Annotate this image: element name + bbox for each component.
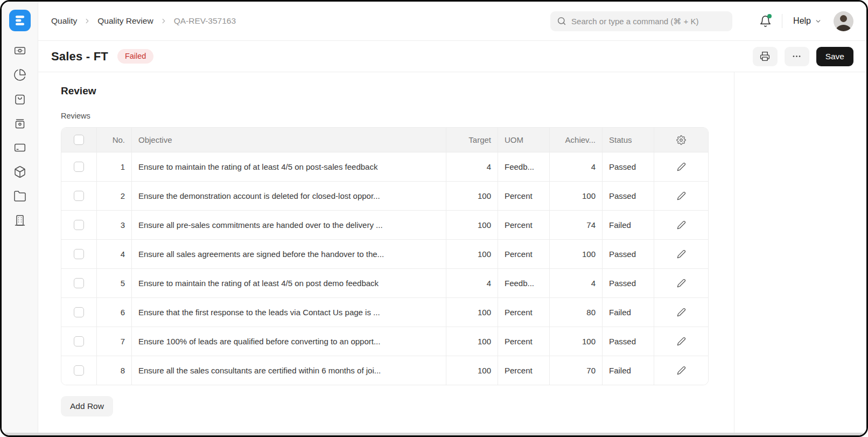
status-cell[interactable]: Passed xyxy=(602,240,654,268)
credit-card-icon xyxy=(13,141,26,156)
row-number-cell: 6 xyxy=(96,298,131,327)
row-select-checkbox[interactable] xyxy=(74,249,84,259)
uom-cell[interactable]: Percent xyxy=(498,182,549,210)
uom-cell[interactable]: Percent xyxy=(498,298,549,327)
edit-row-button[interactable] xyxy=(677,249,686,259)
top-navbar: Quality Quality Review QA-REV-357163 Hel… xyxy=(38,2,866,41)
pencil-icon xyxy=(677,337,686,346)
breadcrumb-quality[interactable]: Quality xyxy=(51,16,77,26)
achieved-cell[interactable]: 70 xyxy=(549,356,602,385)
target-cell[interactable]: 4 xyxy=(446,269,498,297)
column-header-achieved: Achiev... xyxy=(549,128,602,152)
search-icon xyxy=(557,16,566,26)
target-cell[interactable]: 100 xyxy=(446,182,498,210)
edit-row-button[interactable] xyxy=(677,162,686,171)
section-title: Review xyxy=(61,85,734,97)
edit-row-button[interactable] xyxy=(677,191,686,200)
pie-chart-icon xyxy=(13,68,26,84)
status-cell[interactable]: Passed xyxy=(602,152,654,181)
target-cell[interactable]: 100 xyxy=(446,211,498,239)
objective-cell[interactable]: Ensure to maintain the rating of at leas… xyxy=(131,152,446,181)
uom-cell[interactable]: Feedb... xyxy=(498,152,549,181)
folder-icon xyxy=(13,190,26,205)
status-cell[interactable]: Failed xyxy=(602,356,654,385)
objective-cell[interactable]: Ensure that the first response to the le… xyxy=(131,298,446,327)
row-select-checkbox[interactable] xyxy=(74,278,84,288)
status-cell[interactable]: Passed xyxy=(602,269,654,297)
achieved-cell[interactable]: 100 xyxy=(549,327,602,356)
uom-cell[interactable]: Percent xyxy=(498,327,549,356)
row-select-checkbox[interactable] xyxy=(74,365,84,376)
print-button[interactable] xyxy=(753,47,778,66)
achieved-cell[interactable]: 4 xyxy=(549,269,602,297)
column-header-no: No. xyxy=(96,128,131,152)
objective-cell[interactable]: Ensure 100% of leads are qualified befor… xyxy=(131,327,446,356)
edit-row-button[interactable] xyxy=(677,337,686,346)
banknote-icon xyxy=(13,44,26,59)
edit-row-button[interactable] xyxy=(677,220,686,230)
uom-cell[interactable]: Percent xyxy=(498,211,549,239)
sidebar-item-shopping-bag[interactable] xyxy=(12,94,27,107)
save-button[interactable]: Save xyxy=(816,47,853,66)
row-select-checkbox[interactable] xyxy=(74,162,84,172)
sidebar-item-folder[interactable] xyxy=(12,191,27,204)
target-cell[interactable]: 100 xyxy=(446,298,498,327)
edit-row-button[interactable] xyxy=(677,279,686,288)
pencil-icon xyxy=(677,162,686,171)
objective-cell[interactable]: Ensure the demonstration account is dele… xyxy=(131,182,446,210)
table-row: 5 Ensure to maintain the rating of at le… xyxy=(61,268,708,297)
target-cell[interactable]: 100 xyxy=(446,240,498,268)
global-search[interactable] xyxy=(550,11,732,31)
objective-cell[interactable]: Ensure all the sales consultants are cer… xyxy=(131,356,446,385)
achieved-cell[interactable]: 80 xyxy=(549,298,602,327)
row-select-checkbox[interactable] xyxy=(74,220,84,230)
sidebar-item-archive[interactable] xyxy=(12,118,27,131)
help-label: Help xyxy=(793,16,811,26)
more-actions-button[interactable] xyxy=(785,47,809,66)
achieved-cell[interactable]: 74 xyxy=(549,211,602,239)
reviews-table: No. Objective Target UOM Achiev... Statu… xyxy=(61,127,709,385)
status-cell[interactable]: Passed xyxy=(602,182,654,210)
achieved-cell[interactable]: 100 xyxy=(549,182,602,210)
help-menu[interactable]: Help xyxy=(793,16,822,26)
target-cell[interactable]: 100 xyxy=(446,327,498,356)
objective-cell[interactable]: Ensure all sales agreements are signed b… xyxy=(131,240,446,268)
column-header-target: Target xyxy=(446,128,498,152)
table-settings-button[interactable] xyxy=(676,135,686,145)
sidebar-item-banknote[interactable] xyxy=(12,45,27,58)
add-row-button[interactable]: Add Row xyxy=(61,396,113,417)
erpnext-logo-icon xyxy=(9,10,31,31)
user-avatar[interactable] xyxy=(834,11,853,31)
breadcrumb-quality-review[interactable]: Quality Review xyxy=(97,16,153,26)
uom-cell[interactable]: Percent xyxy=(498,356,549,385)
achieved-cell[interactable]: 100 xyxy=(549,240,602,268)
objective-cell[interactable]: Ensure to maintain the rating of at leas… xyxy=(131,269,446,297)
uom-cell[interactable]: Percent xyxy=(498,240,549,268)
edit-row-button[interactable] xyxy=(677,308,686,317)
sidebar-item-building[interactable] xyxy=(12,215,27,228)
achieved-cell[interactable]: 4 xyxy=(549,152,602,181)
status-cell[interactable]: Failed xyxy=(602,211,654,239)
status-cell[interactable]: Passed xyxy=(602,327,654,356)
target-cell[interactable]: 4 xyxy=(446,152,498,181)
uom-cell[interactable]: Feedb... xyxy=(498,269,549,297)
table-row: 4 Ensure all sales agreements are signed… xyxy=(61,239,708,268)
select-all-checkbox[interactable] xyxy=(74,135,84,145)
edit-row-button[interactable] xyxy=(677,366,686,375)
status-cell[interactable]: Failed xyxy=(602,298,654,327)
row-select-checkbox[interactable] xyxy=(74,336,84,346)
sidebar-item-pie-chart[interactable] xyxy=(12,70,27,82)
search-input[interactable] xyxy=(571,17,726,26)
objective-cell[interactable]: Ensure all pre-sales commitments are han… xyxy=(131,211,446,239)
column-header-uom: UOM xyxy=(498,128,549,152)
sidebar-item-package[interactable] xyxy=(12,167,27,179)
sidebar-item-credit-card[interactable] xyxy=(12,142,27,155)
notifications-button[interactable] xyxy=(758,14,772,28)
row-select-checkbox[interactable] xyxy=(74,307,84,317)
document-titlebar: Sales - FT Failed Save xyxy=(38,41,866,72)
pencil-icon xyxy=(677,220,686,230)
app-logo[interactable] xyxy=(9,10,31,31)
target-cell[interactable]: 100 xyxy=(446,356,498,385)
row-select-checkbox[interactable] xyxy=(74,191,84,201)
table-row: 2 Ensure the demonstration account is de… xyxy=(61,181,708,210)
